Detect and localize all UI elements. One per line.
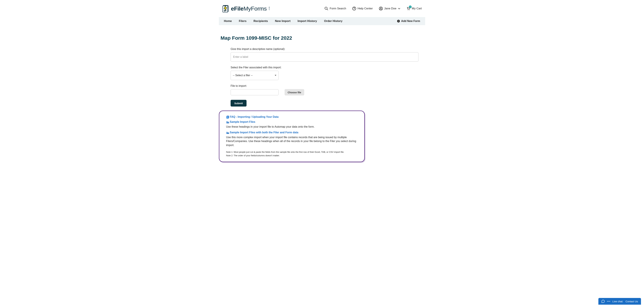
nav-recipients[interactable]: Recipients (254, 19, 268, 23)
svg-text:?: ? (227, 116, 228, 118)
filer-select-value: -- Select a filer -- (233, 74, 252, 77)
help-center-link[interactable]: Help Center (352, 6, 373, 10)
add-new-form-button[interactable]: + Add New Form (397, 20, 420, 23)
form-search-link[interactable]: Form Search (324, 6, 346, 10)
svg-point-10 (380, 7, 381, 8)
logo-text: eFileMyForms (231, 5, 267, 12)
chevron-down-icon (398, 6, 400, 10)
nav-home[interactable]: Home (224, 19, 232, 23)
plus-icon: + (397, 20, 400, 22)
faq-icon: ? (226, 115, 230, 119)
import-form: Give this import a descriptive name (opt… (220, 48, 418, 107)
import-name-input[interactable] (230, 52, 418, 62)
svg-line-6 (327, 9, 328, 10)
form-search-label: Form Search (330, 7, 346, 10)
file-path-input[interactable] (230, 89, 278, 95)
top-bar: eFileMyForms .com Form Search Help Cente… (219, 0, 425, 17)
filer-select[interactable]: -- Select a filer -- (230, 71, 278, 80)
help-box: ? FAQ - Importing / Uploading Your Data … (219, 111, 365, 162)
choose-file-button[interactable]: Choose file (284, 89, 304, 95)
page-title: Map Form 1099-MISC for 2022 (220, 35, 420, 41)
svg-point-8 (354, 9, 354, 9)
top-actions: Form Search Help Center Jane Doe (324, 6, 422, 10)
cart-label: My Cart (412, 7, 422, 10)
nav-filers[interactable]: Filers (239, 19, 246, 23)
label-import-name: Give this import a descriptive name (opt… (230, 48, 418, 51)
logo-icon (222, 5, 230, 12)
svg-rect-16 (226, 122, 229, 123)
svg-point-11 (408, 9, 408, 10)
submit-button[interactable]: Submit (230, 100, 246, 107)
help-note-2: Note 2: The order of your fields/columns… (226, 154, 358, 157)
logo-suffix: .com (268, 6, 270, 10)
sample-files-description: Use these headings in your import file t… (226, 125, 358, 129)
svg-point-12 (409, 9, 410, 10)
user-name-label: Jane Doe (384, 7, 396, 10)
label-file-import: File to import: (230, 84, 418, 87)
help-note-1: Note 1: Most people just cut & paste the… (226, 151, 358, 154)
nav-import-history[interactable]: Import History (298, 19, 317, 23)
dropdown-caret-icon (275, 75, 276, 76)
nav-new-import[interactable]: New Import (275, 19, 291, 23)
sample-files-combined-description: Use this more complex import when your i… (226, 135, 358, 147)
user-icon (379, 6, 383, 10)
svg-rect-17 (226, 133, 229, 133)
sample-files-link[interactable]: Sample Import Files (230, 120, 255, 124)
add-new-form-label: Add New Form (401, 20, 420, 23)
nav-left: Home Filers Recipients New Import Import… (224, 19, 342, 23)
label-filer-select: Select the Filer associated with this im… (230, 66, 418, 69)
logo[interactable]: eFileMyForms .com (222, 5, 270, 12)
folder-icon (226, 120, 230, 124)
help-icon (352, 6, 356, 10)
nav-bar: Home Filers Recipients New Import Import… (219, 17, 425, 25)
sample-files-combined-link[interactable]: Sample Import Files with both the Filer … (230, 131, 298, 134)
user-menu[interactable]: Jane Doe (379, 6, 400, 10)
folder-icon (226, 131, 230, 134)
nav-order-history[interactable]: Order History (324, 19, 342, 23)
page-content: Map Form 1099-MISC for 2022 Give this im… (219, 25, 425, 169)
faq-link[interactable]: FAQ - Importing / Uploading Your Data (230, 115, 278, 118)
help-center-label: Help Center (358, 7, 373, 10)
cart-link[interactable]: 0 My Cart (406, 6, 422, 10)
cart-count-badge: 0 (409, 5, 412, 8)
cart-icon: 0 (406, 6, 410, 10)
search-icon (324, 6, 328, 10)
